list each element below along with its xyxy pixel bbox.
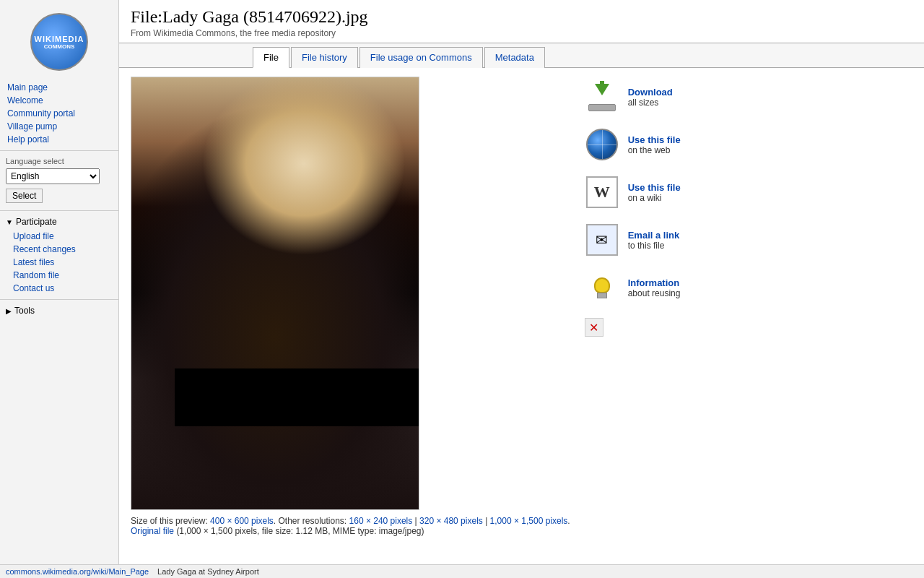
- sidebar-nav: Main page Welcome Community portal Villa…: [0, 81, 118, 146]
- email-sub: to this file: [628, 241, 680, 251]
- sidebar-item-upload[interactable]: Upload file: [0, 230, 118, 243]
- use-web-sub: on the web: [628, 145, 681, 155]
- bottom-caption: Lady Gaga at Sydney Airport: [157, 567, 259, 576]
- language-select[interactable]: English: [6, 168, 100, 184]
- resolution-link-2[interactable]: 320 × 480 pixels: [419, 516, 483, 526]
- image-section: Size of this preview: 400 × 600 pixels. …: [131, 77, 570, 536]
- action-download[interactable]: Download all sizes: [585, 79, 681, 114]
- download-sub: all sizes: [628, 98, 673, 108]
- participate-label: Participate: [16, 217, 57, 227]
- sidebar-item-community-portal[interactable]: Community portal: [0, 107, 118, 120]
- participate-section: ▼ Participate Upload file Recent changes…: [0, 214, 118, 295]
- sidebar-item-help-portal[interactable]: Help portal: [0, 133, 118, 146]
- image-redaction-bar: [175, 368, 419, 426]
- preview-size-link[interactable]: 400 × 600 pixels: [210, 516, 274, 526]
- use-wiki-link[interactable]: Use this file: [628, 182, 681, 193]
- preview-label: Size of this preview:: [131, 516, 208, 526]
- use-wiki-text: Use this file on a wiki: [628, 182, 681, 203]
- page-title: File:Lady Gaga (8514706922).jpg: [131, 7, 912, 27]
- use-wiki-sub: on a wiki: [628, 193, 681, 203]
- action-email[interactable]: ✉ Email a link to this file: [585, 223, 681, 257]
- download-arrow: [595, 84, 609, 95]
- select-button[interactable]: Select: [6, 189, 43, 203]
- original-file-info: (1,000 × 1,500 pixels, file size: 1.12 M…: [176, 526, 424, 536]
- wiki-icon-shape: W: [586, 176, 618, 208]
- image-background: [131, 77, 419, 509]
- action-use-web[interactable]: Use this file on the web: [585, 127, 681, 162]
- bulb-icon: [585, 270, 619, 305]
- sidebar-item-latest-files[interactable]: Latest files: [0, 256, 118, 269]
- image-info: Size of this preview: 400 × 600 pixels. …: [131, 516, 570, 536]
- download-icon-shape: [586, 81, 618, 113]
- email-icon: ✉: [585, 223, 619, 257]
- download-text: Download all sizes: [628, 87, 673, 108]
- bulb-head: [594, 277, 610, 293]
- sidebar-item-random-file[interactable]: Random file: [0, 269, 118, 282]
- tab-metadata[interactable]: Metadata: [484, 47, 545, 68]
- use-web-link[interactable]: Use this file: [628, 134, 681, 145]
- tools-section: ▶ Tools: [0, 303, 118, 319]
- participate-arrow-icon: ▼: [6, 218, 13, 226]
- tab-file-history[interactable]: File history: [291, 47, 358, 68]
- use-web-text: Use this file on the web: [628, 134, 681, 155]
- email-icon-shape: ✉: [586, 224, 618, 256]
- download-link[interactable]: Download: [628, 87, 673, 98]
- wikimedia-logo: WIKIMEDIA COMMONS: [30, 13, 88, 71]
- sidebar-item-contact[interactable]: Contact us: [0, 282, 118, 295]
- sidebar-item-recent-changes[interactable]: Recent changes: [0, 243, 118, 256]
- sidebar-item-main-page[interactable]: Main page: [0, 81, 118, 94]
- sidebar-item-village-pump[interactable]: Village pump: [0, 120, 118, 133]
- page-subtitle: From Wikimedia Commons, the free media r…: [131, 28, 912, 38]
- action-info[interactable]: Information about reusing: [585, 270, 681, 305]
- info-sub: about reusing: [628, 288, 681, 298]
- content-area: Size of this preview: 400 × 600 pixels. …: [119, 68, 924, 545]
- language-label: Language select: [0, 154, 118, 167]
- sidebar-logo: WIKIMEDIA COMMONS: [0, 6, 118, 81]
- wiki-icon: W: [585, 175, 619, 210]
- globe-icon: [585, 127, 619, 162]
- tab-file-usage[interactable]: File usage on Commons: [359, 47, 483, 68]
- tools-label: Tools: [14, 306, 35, 316]
- logo-wikimedia-text: WIKIMEDIA: [35, 35, 84, 43]
- page-header: File:Lady Gaga (8514706922).jpg From Wik…: [119, 0, 924, 43]
- download-icon: [585, 79, 619, 114]
- resolution-link-1[interactable]: 160 × 240 pixels: [349, 516, 413, 526]
- tools-toggle[interactable]: ▶ Tools: [0, 303, 118, 319]
- participate-toggle[interactable]: ▼ Participate: [0, 214, 118, 230]
- info-link[interactable]: Information: [628, 277, 681, 288]
- bottom-url-link[interactable]: commons.wikimedia.org/wiki/Main_Page: [6, 567, 149, 576]
- resolution-link-3[interactable]: 1,000 × 1,500 pixels: [490, 516, 568, 526]
- globe-icon-shape: [586, 129, 618, 160]
- sidebar-item-welcome[interactable]: Welcome: [0, 94, 118, 107]
- email-link[interactable]: Email a link: [628, 230, 680, 241]
- broken-image-icon: ✕: [585, 318, 603, 337]
- bulb-base: [597, 293, 607, 298]
- bulb-icon-shape: [586, 272, 618, 303]
- action-use-wiki[interactable]: W Use this file on a wiki: [585, 175, 681, 210]
- main-image[interactable]: [131, 77, 419, 510]
- tools-arrow-icon: ▶: [6, 307, 12, 315]
- info-text: Information about reusing: [628, 277, 681, 298]
- bottom-bar: commons.wikimedia.org/wiki/Main_Page Lad…: [0, 564, 924, 578]
- download-tray: [588, 104, 616, 111]
- broken-x-icon: ✕: [589, 321, 598, 335]
- logo-commons-text: COMMONS: [44, 43, 75, 50]
- actions-panel: Download all sizes Use this file on the …: [585, 77, 681, 536]
- original-file-link[interactable]: Original file: [131, 526, 174, 536]
- main-content: File:Lady Gaga (8514706922).jpg From Wik…: [119, 0, 924, 578]
- other-resolutions-label: Other resolutions:: [278, 516, 346, 526]
- tab-file[interactable]: File: [253, 47, 289, 68]
- language-section: Language select English Select: [0, 154, 118, 206]
- email-text: Email a link to this file: [628, 230, 680, 251]
- tabs-bar: File File history File usage on Commons …: [119, 43, 924, 68]
- sidebar: WIKIMEDIA COMMONS Main page Welcome Comm…: [0, 0, 119, 578]
